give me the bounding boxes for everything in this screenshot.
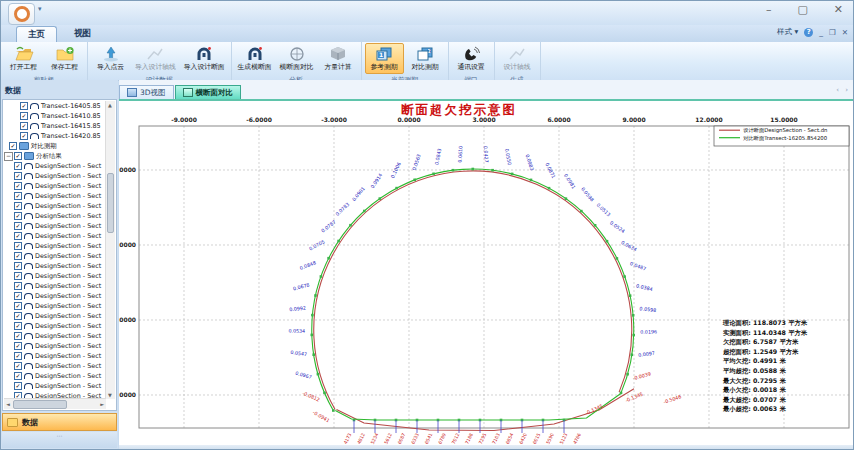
ribbon-button-reference-period[interactable]: 1参考测期 <box>365 43 404 74</box>
tree-item[interactable]: ✓Transect-16410.85 <box>4 111 106 121</box>
tree-item[interactable]: ✓DesignSection - Sect <box>4 161 106 171</box>
ribbon-close-button[interactable]: ✕ <box>842 28 848 37</box>
tree-item[interactable]: ✓DesignSection - Sect <box>4 361 106 371</box>
ribbon-button-compare-period[interactable]: 2对比测期 <box>406 43 445 74</box>
ribbon-button-comm-settings[interactable]: 通讯设置 <box>452 43 491 74</box>
ribbon-button-open-project[interactable]: 打开工程 <box>4 43 43 74</box>
tree-item-label: DesignSection - Sect <box>35 302 101 310</box>
tree-item[interactable]: ✓DesignSection - Sect <box>4 221 106 231</box>
checkbox-checked[interactable]: ✓ <box>14 252 22 260</box>
tree-item[interactable]: ✓DesignSection - Sect <box>4 181 106 191</box>
horizontal-scroll-thumb[interactable] <box>13 400 67 409</box>
tab-scroll-icons[interactable]: ‹ › <box>836 86 850 94</box>
ribbon-button-generate-section[interactable]: 生成横断面 <box>235 43 275 74</box>
tree-item[interactable]: ✓DesignSection - Sect <box>4 231 106 241</box>
help-icon[interactable]: ? <box>804 28 813 37</box>
checkbox-checked[interactable]: ✓ <box>14 192 22 200</box>
checkbox-checked[interactable]: ✓ <box>14 342 22 350</box>
scroll-right-icon[interactable]: ► <box>100 401 104 407</box>
tree-item[interactable]: ✓Transect-16415.85 <box>4 121 106 131</box>
sidebar-splitter[interactable]: ⋯ <box>2 432 117 448</box>
checkbox-checked[interactable]: ✓ <box>20 102 28 110</box>
checkbox-checked[interactable]: ✓ <box>14 232 22 240</box>
tree-item[interactable]: ✓DesignSection - Sect <box>4 351 106 361</box>
tree-item[interactable]: ✓DesignSection - Sect <box>4 301 106 311</box>
checkbox-checked[interactable]: ✓ <box>14 212 22 220</box>
checkbox-checked[interactable]: ✓ <box>14 262 22 270</box>
minimize-button[interactable]: – <box>766 3 772 16</box>
tree-item[interactable]: ✓DesignSection - Sect <box>4 311 106 321</box>
tree-item[interactable]: ✓Transect-16405.85 <box>4 101 106 111</box>
checkbox-checked[interactable]: ✓ <box>14 172 22 180</box>
deviation-label: 0.0487 <box>629 261 646 272</box>
quick-access-dropdown-icon[interactable]: ▾ <box>38 5 42 13</box>
close-button[interactable]: ✕ <box>834 3 843 16</box>
tree-item-label: DesignSection - Sect <box>35 382 101 390</box>
tree-item[interactable]: ✓DesignSection - Sect <box>4 341 106 351</box>
checkbox-checked[interactable]: ✓ <box>14 362 22 370</box>
checkbox-checked[interactable]: ✓ <box>20 112 28 120</box>
ribbon-tab-home[interactable]: 主页 <box>16 26 57 43</box>
ribbon-restore-button[interactable]: ❐ <box>829 28 836 37</box>
tree-item[interactable]: ✓DesignSection - Sect <box>4 371 106 381</box>
tree-item[interactable]: ✓DesignSection - Sect <box>4 201 106 211</box>
tree-item[interactable]: ✓DesignSection - Sect <box>4 321 106 331</box>
tree-item[interactable]: ✓DesignSection - Sect <box>4 171 106 181</box>
maximize-button[interactable]: ▢ <box>797 3 807 16</box>
tree-item[interactable]: ✓Transect-16420.85 <box>4 131 106 141</box>
ribbon-button-section-compare[interactable]: 横断面对比 <box>277 43 317 74</box>
tree-item[interactable]: ✓DesignSection - Sect <box>4 191 106 201</box>
checkbox-checked[interactable]: ✓ <box>14 162 22 170</box>
tree-item-label: DesignSection - Sect <box>35 162 101 170</box>
ribbon-button-import-pointcloud[interactable]: 导入点云 <box>91 43 130 74</box>
doc-tab-inactive[interactable]: 3D视图 <box>119 85 174 99</box>
tree-item[interactable]: ✓DesignSection - Sect <box>4 331 106 341</box>
checkbox-checked[interactable]: ✓ <box>9 142 17 150</box>
ribbon-button-import-section[interactable]: 导入设计断面 <box>181 43 228 74</box>
tree-item[interactable]: ✓DesignSection - Sect <box>4 251 106 261</box>
ribbon-minimize-button[interactable]: _ <box>819 28 823 37</box>
tree-item[interactable]: ✓DesignSection - Sect <box>4 241 106 251</box>
tree-item[interactable]: ✓DesignSection - Sect <box>4 281 106 291</box>
checkbox-checked[interactable]: ✓ <box>20 132 28 140</box>
ribbon-tab-view[interactable]: 视图 <box>63 26 102 42</box>
tree-horizontal-scrollbar[interactable]: ◄ ► <box>4 398 106 409</box>
checkbox-checked[interactable]: ✓ <box>14 272 22 280</box>
tree-item[interactable]: ✓对比测期 <box>4 141 106 151</box>
vertical-scroll-thumb[interactable] <box>107 173 114 233</box>
checkbox-checked[interactable]: ✓ <box>14 372 22 380</box>
tree-vertical-scrollbar[interactable]: ▲ ▼ <box>105 101 115 399</box>
tree-item[interactable]: ✓DesignSection - Sect <box>4 291 106 301</box>
tree-item[interactable]: −✓分析结果 <box>4 151 106 161</box>
floor-deviation-label: -0.4766 <box>570 432 582 445</box>
checkbox-checked[interactable]: ✓ <box>14 332 22 340</box>
checkbox-checked[interactable]: ✓ <box>14 152 22 160</box>
checkbox-checked[interactable]: ✓ <box>14 202 22 210</box>
checkbox-checked[interactable]: ✓ <box>14 282 22 290</box>
app-logo-button[interactable] <box>8 3 35 25</box>
tree-item[interactable]: ✓DesignSection - Sect <box>4 211 106 221</box>
style-button[interactable]: 样式 ▾ <box>777 27 798 37</box>
checkbox-checked[interactable]: ✓ <box>14 302 22 310</box>
checkbox-checked[interactable]: ✓ <box>14 292 22 300</box>
scroll-left-icon[interactable]: ◄ <box>6 401 10 407</box>
tree-item[interactable]: ✓DesignSection - Sect <box>4 381 106 391</box>
scroll-down-icon[interactable]: ▼ <box>108 392 112 398</box>
checkbox-checked[interactable]: ✓ <box>14 182 22 190</box>
tree-item[interactable]: ✓DesignSection - Sect <box>4 261 106 271</box>
ribbon-button-label: 导入点云 <box>97 62 124 72</box>
checkbox-checked[interactable]: ✓ <box>14 382 22 390</box>
ribbon-button-volume-calc[interactable]: 方量计算 <box>319 43 358 74</box>
checkbox-checked[interactable]: ✓ <box>14 312 22 320</box>
scroll-up-icon[interactable]: ▲ <box>108 102 112 108</box>
tree-item[interactable]: ✓DesignSection - Sect <box>4 271 106 281</box>
checkbox-checked[interactable]: ✓ <box>14 222 22 230</box>
checkbox-checked[interactable]: ✓ <box>14 322 22 330</box>
sidebar-data-panel-button[interactable]: 数据 <box>2 413 117 431</box>
checkbox-checked[interactable]: ✓ <box>20 122 28 130</box>
checkbox-checked[interactable]: ✓ <box>14 352 22 360</box>
doc-tab-active[interactable]: 横断面对比 <box>175 85 242 99</box>
checkbox-checked[interactable]: ✓ <box>14 242 22 250</box>
ribbon-button-save-project[interactable]: 保存工程 <box>45 43 84 74</box>
tree-collapse-icon[interactable]: − <box>4 152 13 161</box>
